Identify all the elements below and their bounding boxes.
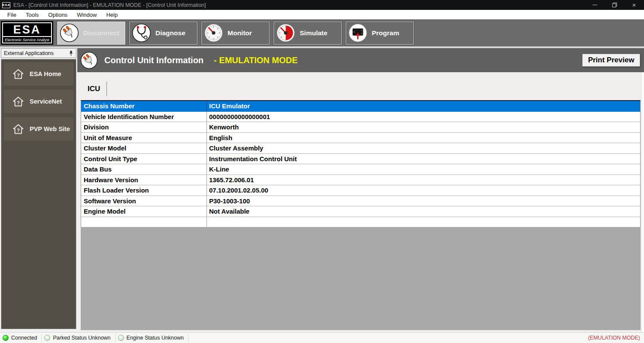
pvp-web-site-button[interactable]: ? PVP Web Site [4,117,73,141]
pushpin-icon [69,50,73,56]
simulate-button[interactable]: Simulate [273,21,342,45]
svg-text:?: ? [17,128,20,133]
esa-home-label: ESA Home [30,70,61,77]
esa-home-button[interactable]: ? ESA Home [4,62,73,86]
row-label: Chassis Number [81,101,207,111]
engine-status-icon [118,335,124,341]
content-body: ICU Chassis Number ICU Emulator Vehicle … [77,72,644,332]
emulation-mode-label: - EMULATION MODE [214,55,298,65]
row-label: Software Version [81,196,207,206]
emulation-mode-status: (EMULATION MODE) [588,335,640,341]
row-value: 1365.72.006.01 [207,175,640,185]
row-value: P30-1003-100 [207,196,640,206]
esa-logo: ESA Electronic Service Analyst [1,21,53,45]
parked-status-icon [44,335,50,341]
table-row-empty[interactable] [81,217,640,228]
menu-tools[interactable]: Tools [21,10,43,19]
row-label [81,217,207,227]
toolbar: ESA Electronic Service Analyst Disconnec… [0,19,644,46]
table-row-engine-model[interactable]: Engine Model Not Available [81,206,640,217]
row-label: Control Unit Type [81,154,207,164]
esa-logo-title: ESA [3,23,51,36]
svg-text:?: ? [17,100,20,105]
row-label: Data Bus [81,164,207,175]
external-applications-header: External Applications [1,48,76,58]
restore-icon [612,3,617,7]
external-applications-panel: External Applications ? ESA Home [0,48,77,332]
plug-icon [60,23,79,43]
menu-file[interactable]: File [3,10,21,19]
disconnect-button[interactable]: Disconnect [57,21,125,45]
status-parked: Parked Status Unknown [43,334,115,342]
application-window: ESA ESA - [Control Unit Information] - E… [0,0,644,343]
row-label: Engine Model [81,206,207,217]
row-label: Hardware Version [81,175,207,185]
window-controls: × [585,0,644,10]
table-row-division[interactable]: Division Kenworth [81,122,640,133]
row-label: Flash Loader Version [81,185,207,196]
row-value: English [207,133,640,143]
monitor-label: Monitor [228,29,252,37]
pin-button[interactable] [69,50,73,56]
tab-icu[interactable]: ICU [81,82,107,96]
main-region: External Applications ? ESA Home [0,46,644,332]
menu-window[interactable]: Window [72,10,101,19]
page-title: Control Unit Information [104,55,204,65]
esa-logo-subtitle: Electronic Service Analyst [3,36,51,43]
content-header: Control Unit Information - EMULATION MOD… [77,48,644,72]
row-label: Division [81,122,207,132]
module-upload-icon [348,23,368,43]
row-value: Not Available [207,206,640,217]
control-unit-info-table: Chassis Number ICU Emulator Vehicle Iden… [81,100,641,227]
table-row-vin[interactable]: Vehicle Identification Number 0000000000… [81,112,640,122]
home-icon: ? [12,124,24,135]
close-button[interactable]: × [624,0,644,10]
stethoscope-icon [132,23,151,43]
table-row-chassis-number[interactable]: Chassis Number ICU Emulator [81,101,640,112]
engine-status-label: Engine Status Unknown [127,335,184,341]
servicenet-button[interactable]: ? ServiceNet [4,90,73,113]
app-icon: ESA [2,2,10,8]
table-row-data-bus[interactable]: Data Bus K-Line [81,164,640,175]
monitor-button[interactable]: Monitor [201,21,270,45]
external-applications-list: ? ESA Home ? ServiceNet ? PVP [1,59,76,329]
plug-icon [80,52,98,69]
row-value: Cluster Assembly [207,143,640,153]
window-title: ESA - [Control Unit Information] - EMULA… [13,2,206,8]
table-row-hardware-version[interactable]: Hardware Version 1365.72.006.01 [81,175,640,186]
row-label: Vehicle Identification Number [81,112,207,122]
row-value: Instrumentation Control Unit [207,154,640,164]
empty-client-area [81,227,641,330]
menu-help[interactable]: Help [101,10,122,19]
row-value: Kenworth [207,122,640,132]
menu-options[interactable]: Options [43,10,72,19]
restore-button[interactable] [605,0,624,10]
home-icon: ? [12,69,24,80]
print-preview-button[interactable]: Print Preview [582,54,640,67]
row-label: Cluster Model [81,143,207,153]
parked-status-label: Parked Status Unknown [53,335,110,341]
title-bar: ESA ESA - [Control Unit Information] - E… [0,0,644,10]
table-row-cluster-model[interactable]: Cluster Model Cluster Assembly [81,143,640,154]
program-button[interactable]: Program [346,21,414,45]
disconnect-label: Disconnect [83,29,119,37]
vertical-scrollbar[interactable] [641,72,644,332]
table-row-control-unit-type[interactable]: Control Unit Type Instrumentation Contro… [81,154,640,165]
gauge-half-red-icon [276,23,295,43]
row-value [207,217,640,227]
connected-status-label: Connected [11,335,37,341]
diagnose-button[interactable]: Diagnose [129,21,197,45]
content-area: Control Unit Information - EMULATION MOD… [77,48,644,332]
status-engine: Engine Status Unknown [116,334,188,342]
status-connected: Connected [1,334,42,342]
minimize-button[interactable] [585,0,605,10]
table-row-unit-of-measure[interactable]: Unit of Measure English [81,133,640,144]
row-value: ICU Emulator [207,101,640,111]
row-value: 00000000000000001 [207,112,640,122]
row-value: K-Line [207,164,640,175]
table-row-software-version[interactable]: Software Version P30-1003-100 [81,196,640,207]
status-bar: Connected Parked Status Unknown Engine S… [0,332,644,343]
tab-strip: ICU [81,82,641,96]
table-row-flash-loader-version[interactable]: Flash Loader Version 07.10.2001.02.05.00 [81,185,640,196]
menu-bar: File Tools Options Window Help [0,10,644,19]
